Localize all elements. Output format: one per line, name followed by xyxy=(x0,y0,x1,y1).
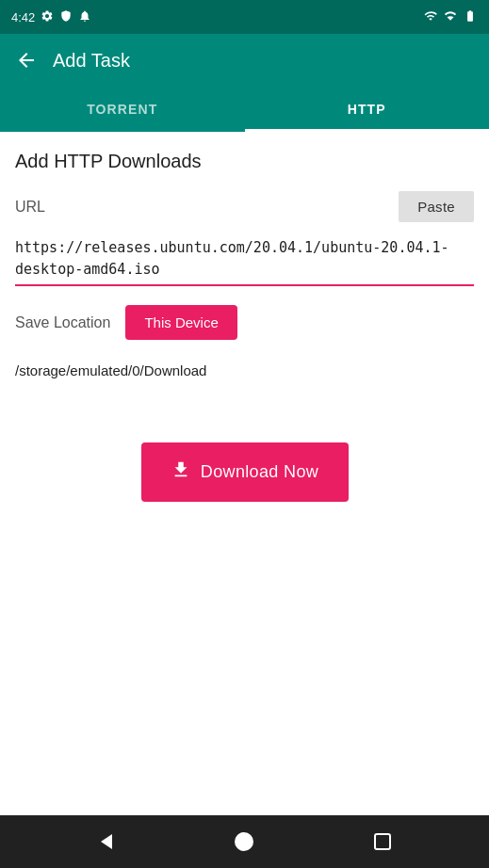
section-title: Add HTTP Downloads xyxy=(15,151,474,172)
back-nav-icon xyxy=(101,834,112,849)
nav-back-button[interactable] xyxy=(91,827,122,857)
status-time: 4:42 xyxy=(11,10,35,24)
bottom-nav xyxy=(0,815,489,868)
shield-icon xyxy=(59,9,73,25)
download-button[interactable]: Download Now xyxy=(141,442,349,502)
wifi-icon xyxy=(423,9,438,25)
tab-http[interactable]: HTTP xyxy=(245,87,490,132)
url-input[interactable] xyxy=(15,230,474,286)
download-icon xyxy=(171,459,191,485)
home-nav-icon xyxy=(235,832,253,851)
url-label: URL xyxy=(15,199,45,216)
nav-recents-button[interactable] xyxy=(367,827,398,857)
this-device-button[interactable]: This Device xyxy=(125,305,236,340)
settings-icon xyxy=(41,9,54,25)
status-bar-left: 4:42 xyxy=(11,9,91,25)
save-location-label: Save Location xyxy=(15,314,110,331)
battery-icon xyxy=(463,9,478,25)
download-button-label: Download Now xyxy=(201,462,318,482)
page-title: Add Task xyxy=(53,50,130,72)
notification-icon xyxy=(78,9,91,25)
save-path: /storage/emulated/0/Download xyxy=(15,355,474,386)
back-button[interactable] xyxy=(15,49,38,72)
nav-home-button[interactable] xyxy=(229,827,259,857)
recents-nav-icon xyxy=(374,833,391,850)
status-bar-right xyxy=(423,9,478,25)
app-bar: Add Task xyxy=(0,34,489,87)
main-content: Add HTTP Downloads URL Paste Save Locati… xyxy=(0,132,489,815)
url-row: URL Paste xyxy=(15,191,474,222)
download-btn-container: Download Now xyxy=(15,442,474,502)
signal-icon xyxy=(444,9,457,25)
tabs-container: TORRENT HTTP xyxy=(0,87,489,132)
tab-torrent[interactable]: TORRENT xyxy=(0,87,245,132)
paste-button[interactable]: Paste xyxy=(399,191,474,222)
save-location-row: Save Location This Device xyxy=(15,305,474,340)
status-bar: 4:42 xyxy=(0,0,489,34)
